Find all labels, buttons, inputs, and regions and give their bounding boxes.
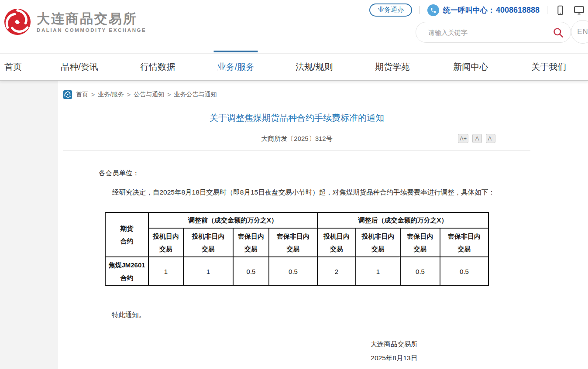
desktop-site-icon[interactable]: [574, 5, 585, 16]
col-header-hedge-intraday-after: 套保日内交易: [400, 228, 440, 257]
fee-value-cell: 0.5: [269, 257, 317, 286]
group-header-before: 调整前（成交金额的万分之X）: [148, 212, 317, 228]
col-header-spec-non-intraday-before: 投机非日内交易: [183, 228, 233, 257]
col-header-spec-non-intraday-after: 投机非日内交易: [356, 228, 400, 257]
doc-number: 大商所发〔2025〕312号: [261, 135, 332, 142]
logo-name-cn: 大连商品交易所: [37, 11, 146, 26]
page-background: 首页 > 业务/服务 > 公告与通知 > 业务公告与通知 关于调整焦煤期货品种合…: [0, 81, 588, 369]
col-header-spec-intraday-before: 投机日内交易: [148, 228, 183, 257]
search-box: [416, 22, 571, 43]
group-header-after: 调整后（成交金额的万分之X）: [317, 212, 488, 228]
nav-item-products[interactable]: 品种/资讯: [40, 54, 118, 80]
logo-name-en: DALIAN COMMODITY EXCHANGE: [37, 27, 146, 33]
breadcrumb-separator: >: [91, 91, 95, 98]
signature-date: 2025年8月13日: [371, 351, 418, 365]
col-header-hedge-intraday-before: 套保日内交易: [233, 228, 269, 257]
nav-item-home[interactable]: 首页: [0, 54, 40, 80]
font-decrease-button[interactable]: A-: [486, 134, 495, 143]
table-sub-header-row: 投机日内交易 投机非日内交易 套保日内交易 套保非日内交易 投机日内交易 投机非…: [105, 228, 488, 257]
col-header-hedge-non-intraday-after: 套保非日内交易: [440, 228, 488, 257]
breadcrumb-announcements[interactable]: 公告与通知: [134, 91, 164, 99]
content-wrapper: 首页 > 业务/服务 > 公告与通知 > 业务公告与通知 关于调整焦煤期货品种合…: [58, 81, 588, 369]
header-topbar: 业务通办 统一呼叫中心： 4008618888: [369, 3, 585, 17]
separator: [420, 6, 420, 14]
fee-value-cell: 2: [317, 257, 356, 286]
table-row: 焦煤JM2601合约 1 1 0.5 0.5 2 1 0.5 0.5: [105, 257, 488, 286]
breadcrumb-separator: >: [167, 91, 171, 98]
fee-adjustment-table: 期货合约 调整前（成交金额的万分之X） 调整后（成交金额的万分之X） 投机日内交…: [105, 212, 489, 286]
dce-logo-icon: [3, 8, 31, 36]
font-reset-button[interactable]: A: [472, 134, 482, 143]
breadcrumb-separator: >: [127, 91, 131, 98]
notice-title: 关于调整焦煤期货品种合约手续费标准的通知: [63, 112, 530, 124]
search-input[interactable]: [427, 28, 548, 37]
nav-item-rules[interactable]: 法规/规则: [275, 54, 353, 80]
service-portal-button[interactable]: 业务通办: [369, 3, 412, 17]
closing-line: 特此通知。: [112, 311, 530, 320]
fee-value-cell: 1: [356, 257, 400, 286]
site-header: 大连商品交易所 DALIAN COMMODITY EXCHANGE 业务通办 统…: [0, 0, 588, 53]
breadcrumb-business-services[interactable]: 业务/服务: [98, 91, 124, 99]
signature-org: 大连商品交易所: [371, 337, 418, 351]
doc-number-row: 大商所发〔2025〕312号 A+ A A-: [63, 135, 530, 144]
table-group-header-row: 期货合约 调整前（成交金额的万分之X） 调整后（成交金额的万分之X）: [105, 212, 488, 228]
separator: [547, 6, 547, 14]
nav-list: 首页 品种/资讯 行情数据 业务/服务 法规/规则 期货学苑 新闻中心 关于我们: [0, 54, 588, 80]
title-divider: [63, 150, 530, 150]
article-content: 首页 > 业务/服务 > 公告与通知 > 业务公告与通知 关于调整焦煤期货品种合…: [58, 81, 530, 365]
nav-item-academy[interactable]: 期货学苑: [353, 54, 431, 80]
fee-value-cell: 1: [148, 257, 183, 286]
call-center-label: 统一呼叫中心：: [443, 5, 495, 15]
site-logo[interactable]: 大连商品交易所 DALIAN COMMODITY EXCHANGE: [3, 8, 146, 36]
search-area: [416, 22, 571, 43]
fee-value-cell: 0.5: [440, 257, 488, 286]
mobile-app-icon[interactable]: [555, 5, 566, 16]
nav-item-news[interactable]: 新闻中心: [432, 54, 510, 80]
search-icon: [552, 27, 564, 38]
breadcrumb-current: 业务公告与通知: [174, 91, 217, 99]
call-center-number: 4008618888: [496, 6, 540, 15]
notice-paragraph: 经研究决定，自2025年8月18日交易时（即8月15日夜盘交易小节时）起，对焦煤…: [99, 185, 501, 199]
signature-block: 大连商品交易所 2025年8月13日: [371, 337, 418, 365]
breadcrumb-home[interactable]: 首页: [76, 91, 88, 99]
logo-text: 大连商品交易所 DALIAN COMMODITY EXCHANGE: [37, 11, 146, 33]
notice-body: 各会员单位： 经研究决定，自2025年8月18日交易时（即8月15日夜盘交易小节…: [99, 169, 501, 199]
table-corner-header: 期货合约: [105, 212, 148, 257]
contract-name-cell: 焦煤JM2601合约: [105, 257, 148, 286]
main-nav: 首页 品种/资讯 行情数据 业务/服务 法规/规则 期货学苑 新闻中心 关于我们: [0, 53, 588, 81]
col-header-spec-intraday-after: 投机日内交易: [317, 228, 356, 257]
fee-value-cell: 1: [183, 257, 233, 286]
font-increase-button[interactable]: A+: [458, 134, 468, 143]
nav-item-about[interactable]: 关于我们: [510, 54, 588, 80]
col-header-hedge-non-intraday-before: 套保非日内交易: [269, 228, 317, 257]
breadcrumb: 首页 > 业务/服务 > 公告与通知 > 业务公告与通知: [63, 90, 530, 99]
language-toggle-button[interactable]: EN: [571, 20, 588, 44]
font-size-controls: A+ A A-: [458, 134, 495, 143]
nav-item-market-data[interactable]: 行情数据: [119, 54, 197, 80]
salutation: 各会员单位：: [99, 169, 501, 178]
fee-value-cell: 0.5: [233, 257, 269, 286]
fee-value-cell: 0.5: [400, 257, 440, 286]
breadcrumb-home-icon: [63, 90, 72, 99]
search-button[interactable]: [548, 22, 568, 42]
phone-icon: [427, 4, 439, 16]
nav-item-business-services[interactable]: 业务/服务: [197, 54, 275, 80]
